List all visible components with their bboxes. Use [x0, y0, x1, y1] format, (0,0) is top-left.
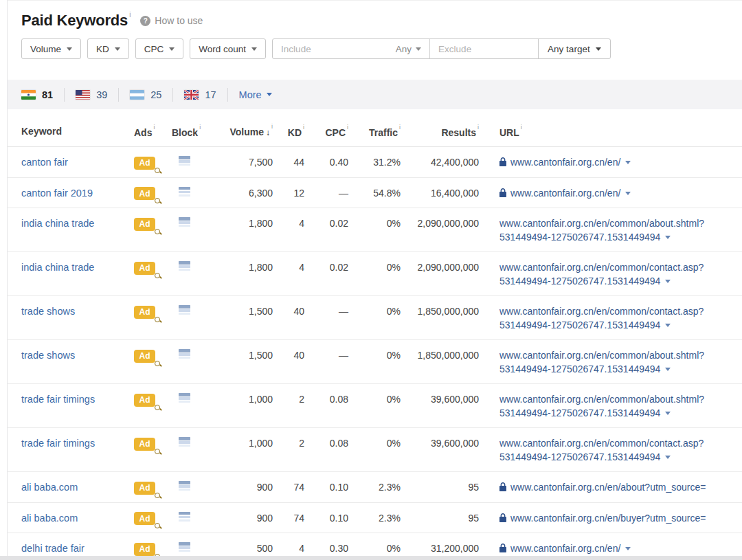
ads-cell: Ad: [134, 480, 172, 495]
url-line-2: 531449494-1275026747.1531449494: [499, 318, 742, 332]
info-icon: i: [271, 123, 273, 130]
ad-badge[interactable]: Ad: [134, 218, 155, 231]
keyword-link[interactable]: ali baba.com: [21, 513, 78, 524]
url-link[interactable]: www.cantonfair.org.cn/en/common/contact.…: [499, 262, 704, 273]
include-mode-dropdown[interactable]: Any: [390, 44, 427, 54]
keyword-link[interactable]: ali baba.com: [21, 482, 78, 493]
keyword-link[interactable]: canton fair 2019: [21, 188, 93, 199]
serp-preview-icon[interactable]: [179, 187, 190, 197]
keyword-link[interactable]: trade shows: [21, 350, 75, 361]
serp-preview-icon[interactable]: [179, 305, 190, 315]
chevron-down-icon: [115, 47, 120, 51]
info-icon: i: [153, 124, 155, 131]
column-header-results[interactable]: Resultsi: [401, 123, 479, 139]
column-header-kd[interactable]: KDi: [273, 123, 304, 139]
ad-badge[interactable]: Ad: [134, 438, 155, 451]
url-link[interactable]: www.cantonfair.org.cn/en/about?utm_sourc…: [510, 482, 706, 493]
block-cell: [172, 436, 214, 450]
magnifier-icon: [155, 198, 160, 203]
country-tabs: 81 39 25 17 More: [8, 80, 742, 109]
url-link[interactable]: 531449494-1275026747.1531449494: [499, 276, 660, 287]
ad-badge[interactable]: Ad: [134, 350, 155, 363]
url-link[interactable]: www.cantonfair.org.cn/en/buyer?utm_sourc…: [510, 513, 706, 524]
traffic-value: 0%: [348, 392, 401, 406]
ad-badge[interactable]: Ad: [134, 482, 155, 495]
url-link[interactable]: www.cantonfair.org.cn/en/common/about.sh…: [499, 218, 704, 229]
serp-preview-icon[interactable]: [179, 217, 190, 227]
ad-badge[interactable]: Ad: [134, 157, 155, 170]
column-header-block[interactable]: Blocki: [172, 123, 214, 139]
url-link[interactable]: 531449494-1275026747.1531449494: [499, 451, 660, 462]
ads-cell: Ad: [134, 304, 172, 319]
url-link[interactable]: www.cantonfair.org.cn/en/: [510, 188, 620, 199]
url-dropdown-caret[interactable]: [665, 456, 671, 459]
url-link[interactable]: 531449494-1275026747.1531449494: [499, 232, 660, 243]
table-row: trade showsAd1,50040—0%1,850,000,000www.…: [8, 340, 742, 384]
url-link[interactable]: 531449494-1275026747.1531449494: [499, 320, 660, 331]
serp-preview-icon[interactable]: [179, 156, 190, 166]
keyword-link[interactable]: delhi trade fair: [21, 543, 85, 554]
serp-preview-icon[interactable]: [179, 437, 190, 447]
info-icon: i: [399, 124, 401, 131]
keyword-link[interactable]: canton fair: [21, 157, 68, 168]
traffic-value: 2.3%: [348, 511, 401, 525]
serp-preview-icon[interactable]: [179, 393, 190, 403]
kd-filter-button[interactable]: KD: [87, 38, 129, 59]
column-header-cpc[interactable]: CPCi: [304, 123, 348, 139]
ad-badge[interactable]: Ad: [134, 543, 155, 556]
url-dropdown-caret[interactable]: [665, 412, 671, 415]
url-link[interactable]: 531449494-1275026747.1531449494: [499, 363, 660, 374]
keyword-link[interactable]: india china trade: [21, 262, 94, 273]
url-link[interactable]: www.cantonfair.org.cn/en/common/contact.…: [499, 438, 704, 449]
serp-preview-icon[interactable]: [179, 261, 190, 271]
kd-value: 74: [273, 511, 304, 525]
keyword-link[interactable]: trade fair timings: [21, 438, 95, 449]
url-dropdown-caret[interactable]: [625, 547, 631, 550]
url-link[interactable]: www.cantonfair.org.cn/en/common/about.sh…: [499, 350, 704, 361]
keyword-link[interactable]: trade fair timings: [21, 394, 95, 405]
serp-preview-icon[interactable]: [179, 542, 190, 552]
kd-value: 40: [273, 348, 304, 362]
more-countries-dropdown[interactable]: More: [228, 89, 272, 100]
url-dropdown-caret[interactable]: [665, 280, 671, 283]
lock-icon: [499, 513, 506, 522]
serp-preview-icon[interactable]: [179, 512, 190, 522]
ad-badge[interactable]: Ad: [134, 512, 155, 525]
ad-badge[interactable]: Ad: [134, 187, 155, 200]
url-dropdown-caret[interactable]: [665, 368, 671, 371]
keyword-link[interactable]: india china trade: [21, 218, 94, 229]
url-dropdown-caret[interactable]: [625, 161, 631, 164]
url-dropdown-caret[interactable]: [665, 324, 671, 327]
word-count-filter-button[interactable]: Word count: [190, 38, 266, 59]
column-header-ads[interactable]: Adsi: [134, 123, 172, 139]
column-header-traffic[interactable]: Traffici: [348, 123, 401, 139]
serp-preview-icon[interactable]: [179, 349, 190, 359]
column-header-url[interactable]: URLi: [479, 123, 742, 139]
cpc-filter-button[interactable]: CPC: [135, 38, 184, 59]
country-tab-united-states[interactable]: 39: [65, 88, 119, 102]
country-count: 81: [42, 89, 53, 100]
volume-filter-button[interactable]: Volume: [21, 38, 81, 59]
url-link[interactable]: www.cantonfair.org.cn/en/common/contact.…: [499, 306, 704, 317]
url-link[interactable]: www.cantonfair.org.cn/en/common/about.sh…: [499, 394, 704, 405]
url-dropdown-caret[interactable]: [665, 236, 671, 239]
column-header-keyword[interactable]: Keyword: [8, 124, 134, 138]
cpc-value: 0.02: [304, 216, 348, 230]
exclude-input[interactable]: [437, 43, 531, 55]
url-dropdown-caret[interactable]: [625, 192, 631, 195]
serp-preview-icon[interactable]: [179, 481, 190, 491]
ad-badge[interactable]: Ad: [134, 262, 155, 275]
how-to-use-link[interactable]: ? How to use: [140, 15, 203, 26]
url-link[interactable]: www.cantonfair.org.cn/en/: [510, 157, 620, 168]
country-tab-india[interactable]: 81: [21, 88, 65, 102]
country-tab-argentina[interactable]: 25: [119, 88, 173, 102]
ad-badge[interactable]: Ad: [134, 394, 155, 407]
ad-badge[interactable]: Ad: [134, 306, 155, 319]
url-link[interactable]: 531449494-1275026747.1531449494: [499, 407, 660, 418]
country-tab-united-kingdom[interactable]: 17: [173, 88, 227, 102]
keyword-link[interactable]: trade shows: [21, 306, 75, 317]
include-input[interactable]: [280, 43, 390, 55]
url-link[interactable]: www.cantonfair.org.cn/en/: [510, 543, 620, 554]
any-target-dropdown[interactable]: Any target: [538, 39, 610, 58]
column-header-volume[interactable]: Volume↓i: [214, 122, 273, 139]
